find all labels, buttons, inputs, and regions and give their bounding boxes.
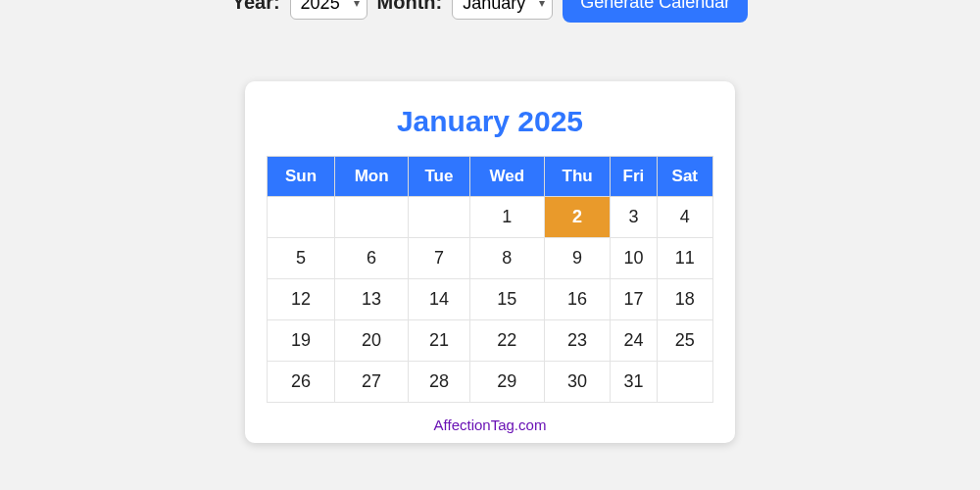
calendar-day-cell[interactable]: 5 <box>268 238 335 279</box>
calendar-day-cell[interactable]: 17 <box>611 279 657 320</box>
calendar-day-cell[interactable]: 18 <box>657 279 712 320</box>
day-header: Fri <box>611 157 657 197</box>
day-header: Sun <box>268 157 335 197</box>
calendar-day-cell[interactable]: 28 <box>409 362 470 403</box>
calendar-day-cell[interactable]: 9 <box>545 238 611 279</box>
calendar-day-cell <box>268 197 335 238</box>
calendar-day-cell[interactable]: 26 <box>268 362 335 403</box>
calendar-day-cell[interactable]: 22 <box>469 320 544 362</box>
month-select-wrap: January <box>452 0 553 20</box>
calendar-day-cell[interactable]: 31 <box>611 362 657 403</box>
calendar-day-cell[interactable]: 2 <box>545 197 611 238</box>
day-header: Wed <box>469 157 544 197</box>
calendar-card: January 2025 Sun Mon Tue Wed Thu Fri Sat… <box>245 81 735 443</box>
day-header-row: Sun Mon Tue Wed Thu Fri Sat <box>268 157 713 197</box>
calendar-day-cell[interactable]: 8 <box>469 238 544 279</box>
day-header: Thu <box>545 157 611 197</box>
calendar-day-cell[interactable]: 13 <box>335 279 409 320</box>
calendar-day-cell[interactable]: 7 <box>409 238 470 279</box>
calendar-week-row: 12131415161718 <box>268 279 713 320</box>
calendar-day-cell[interactable]: 15 <box>469 279 544 320</box>
calendar-week-row: 19202122232425 <box>268 320 713 362</box>
calendar-week-row: 567891011 <box>268 238 713 279</box>
month-label: Month: <box>377 0 443 14</box>
calendar-day-cell <box>335 197 409 238</box>
calendar-day-cell[interactable]: 6 <box>335 238 409 279</box>
year-select[interactable]: 2025 <box>290 0 368 20</box>
calendar-week-row: 1234 <box>268 197 713 238</box>
calendar-day-cell[interactable]: 4 <box>657 197 712 238</box>
calendar-day-cell[interactable]: 21 <box>409 320 470 362</box>
calendar-title: January 2025 <box>267 105 713 138</box>
calendar-day-cell[interactable]: 3 <box>611 197 657 238</box>
calendar-day-cell[interactable]: 20 <box>335 320 409 362</box>
calendar-day-cell[interactable]: 30 <box>545 362 611 403</box>
calendar-day-cell[interactable]: 16 <box>545 279 611 320</box>
calendar-day-cell[interactable]: 11 <box>657 238 712 279</box>
calendar-day-cell[interactable]: 19 <box>268 320 335 362</box>
calendar-day-cell[interactable]: 25 <box>657 320 712 362</box>
month-select[interactable]: January <box>452 0 553 20</box>
calendar-day-cell[interactable]: 27 <box>335 362 409 403</box>
calendar-day-cell[interactable]: 10 <box>611 238 657 279</box>
calendar-day-cell[interactable]: 14 <box>409 279 470 320</box>
day-header: Tue <box>409 157 470 197</box>
footer-site-link[interactable]: AffectionTag.com <box>267 416 713 433</box>
calendar-week-row: 262728293031 <box>268 362 713 403</box>
generate-button[interactable]: Generate Calendar <box>563 0 748 23</box>
calendar-day-cell <box>409 197 470 238</box>
year-select-wrap: 2025 <box>290 0 368 20</box>
calendar-table: Sun Mon Tue Wed Thu Fri Sat 123456789101… <box>267 156 713 403</box>
calendar-day-cell[interactable]: 24 <box>611 320 657 362</box>
calendar-day-cell[interactable]: 23 <box>545 320 611 362</box>
calendar-day-cell[interactable]: 29 <box>469 362 544 403</box>
day-header: Mon <box>335 157 409 197</box>
year-label: Year: <box>232 0 280 14</box>
calendar-day-cell[interactable]: 1 <box>469 197 544 238</box>
day-header: Sat <box>657 157 712 197</box>
calendar-day-cell <box>657 362 712 403</box>
calendar-day-cell[interactable]: 12 <box>268 279 335 320</box>
calendar-controls: Year: 2025 Month: January Generate Calen… <box>0 0 980 23</box>
